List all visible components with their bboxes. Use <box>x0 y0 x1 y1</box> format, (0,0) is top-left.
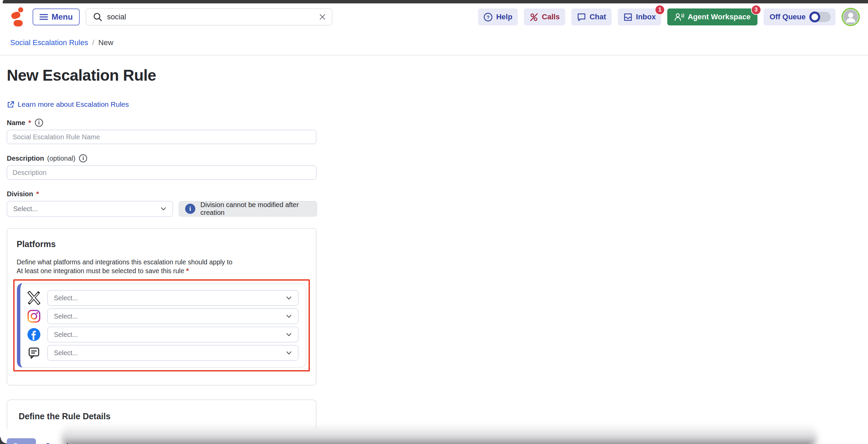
menu-button[interactable]: Menu <box>33 8 80 25</box>
user-avatar[interactable] <box>842 8 860 26</box>
chat-button[interactable]: Chat <box>571 8 612 25</box>
division-required-mark: * <box>36 190 39 198</box>
search-input[interactable] <box>107 13 314 21</box>
breadcrumb-separator: / <box>92 38 94 47</box>
chevron-down-icon <box>285 312 293 320</box>
chat-label: Chat <box>590 13 606 21</box>
platforms-title: Platforms <box>17 239 307 249</box>
menu-label: Menu <box>52 12 73 22</box>
description-label: Description <box>7 155 44 162</box>
division-select-placeholder: Select... <box>13 205 38 213</box>
open-messaging-icon <box>26 345 41 360</box>
chat-bubble-icon <box>577 13 586 22</box>
off-queue-label: Off Queue <box>770 13 806 21</box>
chevron-down-icon <box>285 349 293 357</box>
breadcrumb-current: New <box>98 38 113 47</box>
description-input[interactable] <box>7 165 316 180</box>
facebook-icon <box>26 327 41 342</box>
agent-workspace-button[interactable]: Agent Workspace 3 <box>667 8 757 25</box>
save-button[interactable]: Save <box>7 438 36 444</box>
calls-label: Calls <box>542 13 560 21</box>
x-twitter-icon <box>26 290 41 305</box>
name-required-mark: * <box>28 119 31 127</box>
breadcrumb: Social Escalation Rules / New <box>0 31 868 56</box>
open-messaging-integration-select[interactable]: Select... <box>47 345 298 361</box>
help-button[interactable]: ? Help <box>478 8 518 25</box>
agent-workspace-icon <box>674 12 684 22</box>
cancel-button[interactable]: Cancel <box>45 442 68 444</box>
toggle-knob <box>809 12 820 22</box>
queue-status-toggle[interactable] <box>810 12 831 22</box>
agent-workspace-badge: 3 <box>751 5 761 15</box>
division-note-text: Division cannot be modified after creati… <box>200 201 311 217</box>
facebook-integration-select[interactable]: Select... <box>47 327 298 342</box>
platforms-required-mark: * <box>186 267 189 275</box>
top-navigation-bar: Menu ? Help Calls Chat <box>0 3 868 31</box>
instagram-integration-select[interactable]: Select... <box>47 308 298 324</box>
description-label-row: Description (optional) i <box>7 154 317 162</box>
chevron-down-icon <box>160 205 167 213</box>
platform-integrations-panel: Select... <box>17 283 306 368</box>
genesys-logo-icon[interactable] <box>11 7 26 27</box>
help-label: Help <box>496 13 512 21</box>
name-label-row: Name * i <box>7 119 317 127</box>
division-label: Division <box>7 190 33 198</box>
rule-details-card: Define the Rule Details <box>7 400 316 429</box>
hamburger-icon <box>39 13 48 21</box>
description-field-group: Description (optional) i <box>7 154 317 180</box>
help-icon: ? <box>484 13 493 22</box>
division-field-group: Division * Select... i Division cannot b… <box>7 190 317 217</box>
inbox-icon <box>623 13 633 22</box>
description-optional-note: (optional) <box>47 155 75 162</box>
off-queue-toggle-group[interactable]: Off Queue <box>764 8 835 25</box>
global-search <box>86 8 332 25</box>
search-icon <box>93 12 102 22</box>
external-link-icon <box>7 101 15 108</box>
chevron-down-icon <box>285 294 293 302</box>
instagram-icon <box>26 309 41 324</box>
platforms-description-line2: At least one integration must be selecte… <box>17 266 307 275</box>
clear-search-icon[interactable] <box>318 13 327 21</box>
main-content: New Escalation Rule Learn more about Esc… <box>7 56 317 444</box>
division-select[interactable]: Select... <box>7 201 173 217</box>
rule-details-title: Define the Rule Details <box>19 411 316 421</box>
window-corner-shadow <box>0 437 7 444</box>
platform-row-x: Select... <box>26 290 298 306</box>
learn-more-link[interactable]: Learn more about Escalation Rules <box>7 100 129 108</box>
division-row: Select... i Division cannot be modified … <box>7 201 317 217</box>
platform-row-instagram: Select... <box>26 308 298 324</box>
form-footer: Save Cancel <box>7 438 317 444</box>
agent-workspace-label: Agent Workspace <box>688 13 750 21</box>
platform-row-open-messaging: Select... <box>26 345 298 361</box>
topbar-actions: ? Help Calls Chat Inbox 1 <box>478 8 860 26</box>
phone-slash-icon <box>529 13 538 22</box>
breadcrumb-link-social-escalation-rules[interactable]: Social Escalation Rules <box>10 38 88 47</box>
window-top-strip <box>3 0 868 3</box>
calls-button[interactable]: Calls <box>524 8 565 25</box>
inbox-badge: 1 <box>655 5 665 15</box>
chevron-down-icon <box>285 331 293 338</box>
inbox-button[interactable]: Inbox 1 <box>618 8 662 25</box>
platforms-description: Define what platforms and integrations t… <box>17 258 307 275</box>
info-circle-icon: i <box>185 204 195 214</box>
name-input[interactable] <box>7 130 316 144</box>
inbox-label: Inbox <box>636 13 656 21</box>
name-field-group: Name * i <box>7 119 317 144</box>
page-title: New Escalation Rule <box>7 66 317 85</box>
name-label: Name <box>7 119 25 127</box>
platforms-card: Platforms Define what platforms and inte… <box>7 228 316 385</box>
name-info-icon[interactable]: i <box>35 119 43 127</box>
platforms-description-line1: Define what platforms and integrations t… <box>17 258 307 266</box>
division-label-row: Division * <box>7 190 317 198</box>
description-info-icon[interactable]: i <box>79 154 87 162</box>
division-note-pill: i Division cannot be modified after crea… <box>179 201 317 217</box>
platform-row-facebook: Select... <box>26 327 298 342</box>
learn-more-label: Learn more about Escalation Rules <box>18 100 129 108</box>
svg-text:?: ? <box>487 14 490 20</box>
x-integration-select[interactable]: Select... <box>47 290 298 306</box>
red-highlight-annotation: Select... <box>13 279 310 371</box>
